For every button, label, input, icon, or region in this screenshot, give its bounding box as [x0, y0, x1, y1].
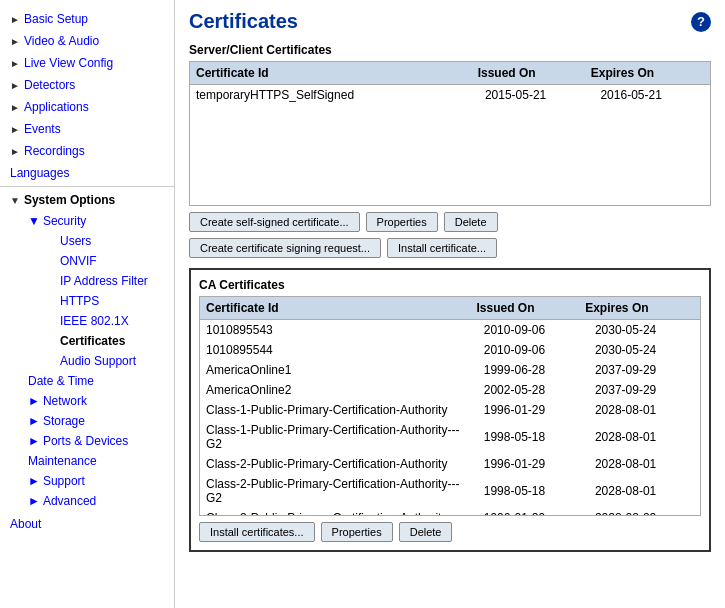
sidebar-item-basic-setup[interactable]: ► Basic Setup	[0, 8, 174, 30]
sub-label: Storage	[43, 414, 85, 428]
table-row[interactable]: Class-2-Public-Primary-Certification-Aut…	[200, 474, 700, 508]
ca-cert-expires-cell: 2028-08-01	[589, 400, 700, 420]
ca-cert-expires-cell: 2037-09-29	[589, 380, 700, 400]
sidebar-item-detectors[interactable]: ► Detectors	[0, 74, 174, 96]
create-signing-request-button[interactable]: Create certificate signing request...	[189, 238, 381, 258]
ca-cert-issued-cell: 1996-01-29	[478, 508, 589, 515]
ca-col-header-id: Certificate Id	[200, 297, 471, 320]
ca-col-header-issued: Issued On	[471, 297, 580, 320]
ca-cert-id-cell: 1010895543	[200, 320, 478, 340]
ca-properties-button[interactable]: Properties	[321, 522, 393, 542]
sidebar-item-languages[interactable]: Languages	[0, 162, 174, 184]
table-row[interactable]: AmericaOnline1 1999-06-28 2037-09-29	[200, 360, 700, 380]
sidebar-item-ports-devices[interactable]: ► Ports & Devices	[18, 431, 174, 451]
sidebar-label: Detectors	[24, 78, 75, 92]
sidebar-item-security[interactable]: ▼ Security	[18, 211, 174, 231]
ca-cert-id-cell: Class-1-Public-Primary-Certification-Aut…	[200, 400, 478, 420]
expand-arrow: ►	[28, 414, 40, 428]
table-row[interactable]: 1010895544 2010-09-06 2030-05-24	[200, 340, 700, 360]
ca-cert-issued-cell: 2010-09-06	[478, 340, 589, 360]
ca-cert-id-cell: Class-1-Public-Primary-Certification-Aut…	[200, 420, 478, 454]
sidebar-item-support[interactable]: ► Support	[18, 471, 174, 491]
expand-arrow: ►	[28, 394, 40, 408]
sidebar-item-video-audio[interactable]: ► Video & Audio	[0, 30, 174, 52]
sub-label: Ports & Devices	[43, 434, 128, 448]
sidebar-item-events[interactable]: ► Events	[0, 118, 174, 140]
help-icon[interactable]: ?	[691, 12, 711, 32]
sidebar-label: Recordings	[24, 144, 85, 158]
sidebar-item-users[interactable]: Users	[32, 231, 174, 251]
ca-cert-issued-cell: 1996-01-29	[478, 400, 589, 420]
sidebar-item-about[interactable]: About	[0, 511, 174, 537]
sidebar-item-storage[interactable]: ► Storage	[18, 411, 174, 431]
table-row[interactable]: 1010895543 2010-09-06 2030-05-24	[200, 320, 700, 340]
server-properties-button[interactable]: Properties	[366, 212, 438, 232]
expand-arrow: ►	[10, 146, 20, 157]
col-scroll-spacer	[698, 62, 710, 85]
ca-certs-scroll[interactable]: 1010895543 2010-09-06 2030-05-24 1010895…	[200, 320, 700, 515]
expand-arrow: ►	[10, 80, 20, 91]
create-self-signed-button[interactable]: Create self-signed certificate...	[189, 212, 360, 232]
ca-cert-id-cell: Class-2-Public-Primary-Certification-Aut…	[200, 474, 478, 508]
sidebar-label: Applications	[24, 100, 89, 114]
sub-label: Security	[43, 214, 86, 228]
sidebar-item-recordings[interactable]: ► Recordings	[0, 140, 174, 162]
sidebar-item-ip-address-filter[interactable]: IP Address Filter	[32, 271, 174, 291]
sidebar-item-network[interactable]: ► Network	[18, 391, 174, 411]
ca-col-header-expires: Expires On	[579, 297, 688, 320]
sidebar-item-advanced[interactable]: ► Advanced	[18, 491, 174, 511]
ca-certs-section: CA Certificates Certificate Id Issued On…	[189, 268, 711, 552]
sidebar-section-system-options[interactable]: ▼ System Options	[0, 189, 174, 211]
expand-arrow: ►	[10, 58, 20, 69]
sidebar-item-applications[interactable]: ► Applications	[0, 96, 174, 118]
install-server-cert-button[interactable]: Install certificate...	[387, 238, 497, 258]
page-header: Certificates ?	[189, 10, 711, 33]
ca-cert-expires-cell: 2028-08-02	[589, 508, 700, 515]
sidebar-item-maintenance[interactable]: Maintenance	[18, 451, 174, 471]
server-certs-title: Server/Client Certificates	[189, 43, 711, 57]
install-ca-cert-button[interactable]: Install certificates...	[199, 522, 315, 542]
server-certs-table: Certificate Id Issued On Expires On	[190, 62, 710, 85]
ca-col-scroll-spacer	[688, 297, 700, 320]
expand-arrow: ►	[28, 434, 40, 448]
cert-expires-cell: 2016-05-21	[594, 85, 710, 105]
table-row[interactable]: Class-3-Public-Primary-Certification-Aut…	[200, 508, 700, 515]
ca-cert-issued-cell: 1996-01-29	[478, 454, 589, 474]
table-row[interactable]: temporaryHTTPS_SelfSigned 2015-05-21 201…	[190, 85, 710, 105]
ca-cert-issued-cell: 1998-05-18	[478, 474, 589, 508]
table-row[interactable]: Class-2-Public-Primary-Certification-Aut…	[200, 454, 700, 474]
table-row[interactable]: Class-1-Public-Primary-Certification-Aut…	[200, 420, 700, 454]
sidebar-item-live-view[interactable]: ► Live View Config	[0, 52, 174, 74]
sidebar-item-certificates[interactable]: Certificates	[32, 331, 174, 351]
ca-certs-btn-row: Install certificates... Properties Delet…	[199, 522, 701, 542]
sidebar-label: Languages	[10, 166, 69, 180]
table-row[interactable]: AmericaOnline2 2002-05-28 2037-09-29	[200, 380, 700, 400]
collapse-arrow: ▼	[28, 214, 40, 228]
cert-issued-cell: 2015-05-21	[479, 85, 595, 105]
ca-cert-expires-cell: 2028-08-01	[589, 454, 700, 474]
ca-cert-expires-cell: 2028-08-01	[589, 474, 700, 508]
sidebar-item-audio-support[interactable]: Audio Support	[32, 351, 174, 371]
server-certs-section: Server/Client Certificates Certificate I…	[189, 43, 711, 258]
ca-certs-title: CA Certificates	[199, 278, 701, 292]
sidebar-item-onvif[interactable]: ONVIF	[32, 251, 174, 271]
server-certs-btn-row2: Create certificate signing request... In…	[189, 238, 711, 258]
col-header-id: Certificate Id	[190, 62, 472, 85]
sidebar-item-https[interactable]: HTTPS	[32, 291, 174, 311]
table-row[interactable]: Class-1-Public-Primary-Certification-Aut…	[200, 400, 700, 420]
sidebar-item-ieee8021x[interactable]: IEEE 802.1X	[32, 311, 174, 331]
ca-cert-id-cell: AmericaOnline2	[200, 380, 478, 400]
page-title: Certificates	[189, 10, 298, 33]
sidebar-item-date-time[interactable]: Date & Time	[18, 371, 174, 391]
server-certs-table-wrapper: Certificate Id Issued On Expires On temp…	[189, 61, 711, 206]
ca-cert-expires-cell: 2030-05-24	[589, 340, 700, 360]
server-delete-button[interactable]: Delete	[444, 212, 498, 232]
server-certs-data-table: temporaryHTTPS_SelfSigned 2015-05-21 201…	[190, 85, 710, 105]
expand-arrow: ►	[10, 36, 20, 47]
server-certs-scroll[interactable]: temporaryHTTPS_SelfSigned 2015-05-21 201…	[190, 85, 710, 205]
ca-delete-button[interactable]: Delete	[399, 522, 453, 542]
ca-certs-table-wrapper: Certificate Id Issued On Expires On 1010…	[199, 296, 701, 516]
ca-cert-issued-cell: 2002-05-28	[478, 380, 589, 400]
expand-arrow: ►	[10, 102, 20, 113]
expand-arrow: ►	[10, 124, 20, 135]
